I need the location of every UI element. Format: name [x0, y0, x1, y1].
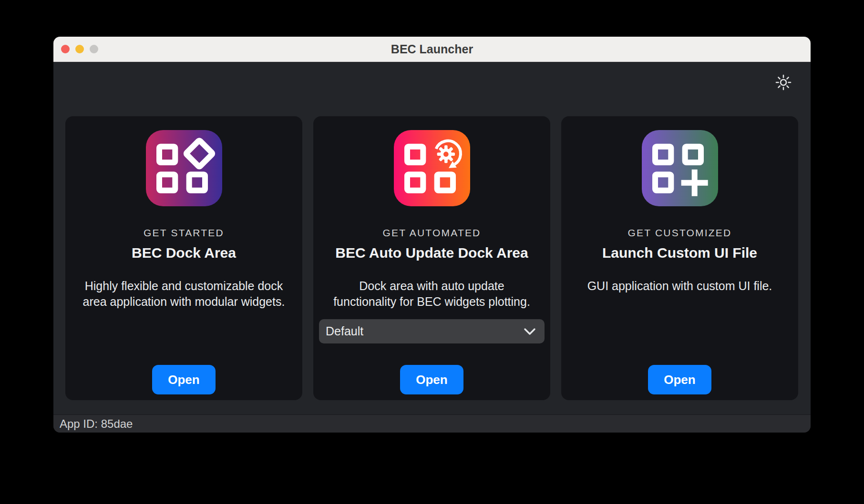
bec-launcher-window: BEC Launcher: [53, 37, 811, 433]
card-title: Launch Custom UI File: [602, 245, 757, 261]
open-button-dock-area[interactable]: Open: [152, 365, 216, 394]
card-auto-update-dock-area: GET AUTOMATED BEC Auto Update Dock Area …: [313, 116, 550, 400]
card-title: BEC Auto Update Dock Area: [335, 245, 528, 261]
minimize-button[interactable]: [75, 45, 84, 53]
theme-toggle-button[interactable]: [775, 74, 792, 91]
window-title: BEC Launcher: [391, 42, 473, 56]
sun-icon: [775, 74, 792, 91]
window-controls: [61, 45, 98, 53]
dropdown-selected-value: Default: [326, 324, 363, 338]
open-button-custom-ui[interactable]: Open: [648, 365, 711, 394]
card-description: Highly flexible and customizable dock ar…: [72, 278, 296, 310]
open-button-auto-update[interactable]: Open: [400, 365, 463, 394]
custom-ui-grid-icon: [642, 130, 718, 206]
card-description: Dock area with auto update functionality…: [320, 278, 544, 310]
content-area: GET STARTED BEC Dock Area Highly flexibl…: [53, 62, 811, 414]
card-bec-dock-area: GET STARTED BEC Dock Area Highly flexibl…: [65, 116, 302, 400]
environment-dropdown[interactable]: Default: [319, 319, 545, 343]
card-title: BEC Dock Area: [132, 245, 236, 261]
app-id-text: App ID: 85dae: [60, 417, 133, 431]
auto-update-grid-icon: [394, 130, 470, 206]
card-eyebrow: GET STARTED: [144, 227, 224, 239]
card-grid: GET STARTED BEC Dock Area Highly flexibl…: [65, 116, 798, 400]
chevron-down-icon: [524, 328, 536, 335]
card-eyebrow: GET AUTOMATED: [383, 227, 481, 239]
status-bar: App ID: 85dae: [53, 414, 811, 433]
dock-area-grid-icon: [146, 130, 222, 206]
close-button[interactable]: [61, 45, 70, 53]
card-launch-custom-ui-file: GET CUSTOMIZED Launch Custom UI File GUI…: [561, 116, 798, 400]
titlebar[interactable]: BEC Launcher: [53, 37, 811, 62]
card-description: GUI application with custom UI file.: [568, 278, 792, 294]
card-eyebrow: GET CUSTOMIZED: [628, 227, 732, 239]
zoom-button-disabled: [90, 45, 98, 53]
